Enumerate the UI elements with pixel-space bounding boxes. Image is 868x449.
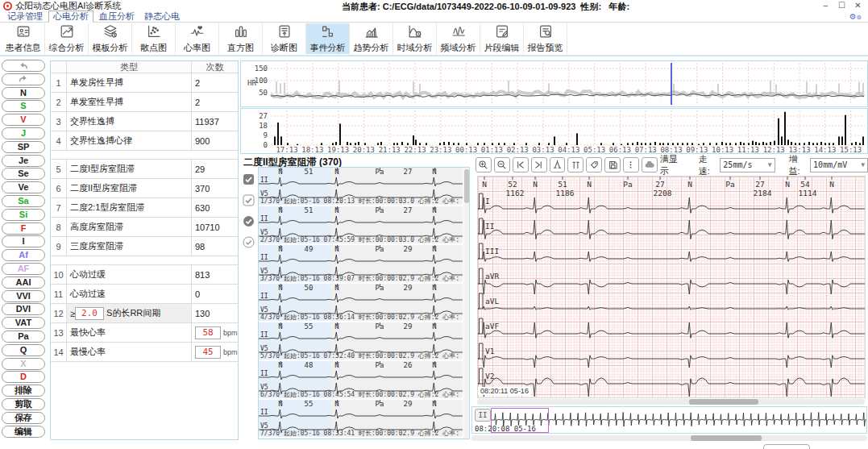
speed-select[interactable]: 25mm/s▼ xyxy=(720,158,775,173)
beat-type-S-button[interactable]: S xyxy=(2,100,45,112)
beat-type-Ve-button[interactable]: Ve xyxy=(2,181,45,193)
table-row[interactable]: 6二度II型房室阻滞370 xyxy=(51,179,238,198)
table-row[interactable]: 8高度房室阻滞10710 xyxy=(51,218,238,237)
caliper-button[interactable] xyxy=(550,157,566,173)
cut-button[interactable]: 剪取 xyxy=(2,398,45,410)
beat-type-Sa-button[interactable]: Sa xyxy=(2,195,45,207)
beat-type-Af-button[interactable]: Af xyxy=(2,249,45,261)
toolbar-item-5[interactable]: 心率图 xyxy=(176,23,219,54)
strips-scrollbar[interactable] xyxy=(463,168,469,439)
toolbar-item-4[interactable]: 散点图 xyxy=(132,23,176,54)
beat-type-N-button[interactable]: N xyxy=(2,87,45,99)
table-row[interactable]: 4交界性逸搏心律900 xyxy=(51,131,238,151)
toolbar-item-10[interactable]: 时域分析 xyxy=(393,23,437,54)
beat-type-SP-button[interactable]: SP xyxy=(2,141,45,153)
beat-type-Si-button[interactable]: Si xyxy=(2,209,45,221)
redo-button[interactable] xyxy=(2,73,45,85)
more-dots-button[interactable] xyxy=(623,157,639,173)
rhythm-lead-button[interactable]: II xyxy=(475,409,491,422)
table-row[interactable]: 11心动过速0 xyxy=(51,285,238,304)
marker-pair-button[interactable] xyxy=(567,157,584,173)
minimize-button[interactable]: – xyxy=(819,1,833,10)
table-row[interactable]: 10心动过缓813 xyxy=(51,265,238,285)
beat-type-Je-button[interactable]: Je xyxy=(2,155,45,167)
beat-type-V-button[interactable]: V xyxy=(2,114,45,126)
toolbar-item-9[interactable]: 趋势分析 xyxy=(350,23,393,54)
menu-tab-1[interactable]: 记录管理 xyxy=(3,11,47,22)
circle-light-button[interactable] xyxy=(243,236,255,249)
zoom-out-button[interactable] xyxy=(494,157,510,173)
beat-type-Q-button[interactable]: Q xyxy=(2,344,45,356)
table-row[interactable]: 9三度房室阻滞98 xyxy=(51,237,238,256)
beat-type-VVI-button[interactable]: VVI xyxy=(2,290,45,302)
event-strip[interactable]: N48NPa26NIIV56/370 起始:05-16 08:45:54 时长:… xyxy=(259,361,463,399)
menu-tab-3[interactable]: 血压分析 xyxy=(95,11,139,22)
toolbar-item-11[interactable]: 频域分析 xyxy=(437,23,480,54)
hr-trend-chart[interactable]: 15010050HR xyxy=(240,60,868,107)
beat-type-AAI-button[interactable]: AAI xyxy=(2,276,45,289)
table-row[interactable]: 1单发房性早搏2 xyxy=(51,73,238,93)
toolbar-item-13[interactable]: 报告预览 xyxy=(524,23,567,54)
beat-type-VAT-button[interactable]: VAT xyxy=(2,317,45,329)
save-disk-button[interactable] xyxy=(604,157,621,173)
table-row[interactable]: 14最慢心率bpm xyxy=(51,343,238,362)
rhythm-horizontal-scrollbar[interactable] xyxy=(471,435,867,441)
beat-type-X-button[interactable]: X xyxy=(2,358,45,370)
table-row[interactable]: 3交界性逸搏11937 xyxy=(51,112,238,131)
next-button[interactable] xyxy=(531,157,547,173)
beat-type-DVI-button[interactable]: DVI xyxy=(2,303,45,315)
rhythm-scrollbar-thumb[interactable] xyxy=(691,435,762,441)
event-strip[interactable]: N55NPa29NIIV55/370 起始:05-16 07:52:40 时长:… xyxy=(259,322,463,360)
toolbar-item-3[interactable]: 模板分析 xyxy=(89,23,132,54)
gain-select[interactable]: 10mm/mV▼ xyxy=(810,158,868,173)
beat-type-Se-button[interactable]: Se xyxy=(2,168,45,180)
min-hr-input[interactable] xyxy=(195,346,221,359)
beat-type-Pa-button[interactable]: Pa xyxy=(2,331,45,343)
event-histogram-chart[interactable]: 27189017:1318:1319:1320:1321:1322:1323:1… xyxy=(240,108,868,154)
beat-type-J-button[interactable]: J xyxy=(2,127,45,139)
table-row[interactable]: 2单发室性早搏2 xyxy=(51,93,238,112)
zoom-in-button[interactable] xyxy=(476,157,492,173)
event-strip[interactable]: N55NPa29NIIV57/370 起始:05-16 08:33:41 时长:… xyxy=(259,400,463,438)
menu-tab-2[interactable]: 心电分析 xyxy=(48,10,93,23)
strips-scrollbar-thumb[interactable] xyxy=(464,169,469,203)
close-button[interactable]: ✕ xyxy=(851,1,865,10)
toolbar-item-1[interactable]: 患者信息 xyxy=(2,23,45,54)
maximize-button[interactable]: ☐ xyxy=(835,1,849,10)
table-row[interactable]: 5二度I型房室阻滞29 xyxy=(51,160,238,179)
edit-button[interactable]: 编辑 xyxy=(2,426,45,438)
long-rr-input[interactable] xyxy=(75,307,104,320)
toolbar-item-6[interactable]: 直方图 xyxy=(219,23,263,54)
beat-type-D-button[interactable]: D xyxy=(2,371,45,383)
table-row[interactable]: 7二度2:1型房室阻滞630 xyxy=(51,198,238,218)
partial-bottom-button[interactable] xyxy=(763,444,810,449)
table-row[interactable]: 12≥ S的长RR间期130 xyxy=(51,304,238,323)
toolbar-item-12[interactable]: 片段编辑 xyxy=(480,23,524,54)
label-tool-button[interactable] xyxy=(586,157,602,173)
max-hr-input[interactable] xyxy=(195,326,221,339)
ecg-horizontal-scrollbar[interactable] xyxy=(477,399,865,405)
toolbar-item-7[interactable]: 诊断图 xyxy=(263,23,306,54)
checkbox-light-button[interactable] xyxy=(243,194,255,207)
table-row[interactable]: 13最快心率bpm xyxy=(51,323,238,343)
toolbar-item-8[interactable]: 事件分析 xyxy=(306,23,350,54)
event-strip[interactable]: N51NPa27NIIV52/370 起始:05-16 07:45:59 时长:… xyxy=(259,206,463,244)
checkbox-checked-button[interactable] xyxy=(243,173,255,186)
ecg-waveform-area[interactable]: N521162N511186NPa272208NPa272184N541114N… xyxy=(477,176,866,398)
ecg-scrollbar-thumb[interactable] xyxy=(689,399,758,405)
prev-button[interactable] xyxy=(513,157,529,173)
save-button[interactable]: 保存 xyxy=(2,412,45,424)
circle-checked-button[interactable] xyxy=(243,215,255,228)
beat-type-I-button[interactable]: I xyxy=(2,235,45,247)
event-strip[interactable]: N49NPa29NIIV53/370 起始:05-16 08:39:07 时长:… xyxy=(259,245,463,283)
beat-type-AF-button[interactable]: AF xyxy=(2,263,45,275)
toolbar-item-2[interactable]: 综合分析 xyxy=(45,23,89,54)
fit-display-button[interactable] xyxy=(642,157,658,173)
undo-button[interactable] xyxy=(2,60,45,72)
exclude-button[interactable]: 排除 xyxy=(2,385,45,397)
rhythm-strip-panel[interactable]: II 08:20:08 05-16 xyxy=(471,406,867,434)
event-strip[interactable]: N50NPa29NIIV54/370 起始:05-16 08:36:14 时长:… xyxy=(259,284,463,322)
menu-tab-4[interactable]: 静态心电 xyxy=(140,11,184,22)
event-strip[interactable]: N51NPa27NIIV51/370 起始:05-16 08:20:13 时长:… xyxy=(259,168,463,206)
beat-type-F-button[interactable]: F xyxy=(2,222,45,235)
